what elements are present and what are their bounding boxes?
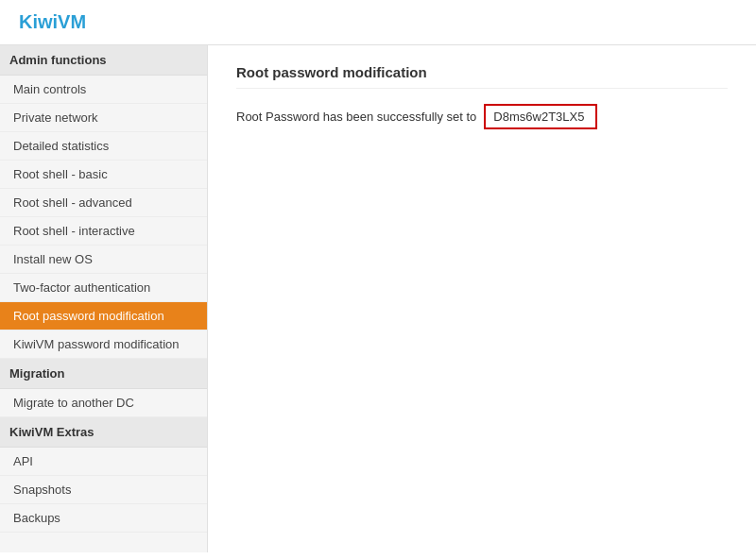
- sidebar-item-api[interactable]: API: [0, 448, 207, 476]
- sidebar-item-detailed-statistics[interactable]: Detailed statistics: [0, 132, 207, 161]
- sidebar-item-kiwi-password-mod[interactable]: KiwiVM password modification: [0, 330, 207, 359]
- sidebar-section-admin: Admin functions: [0, 45, 207, 76]
- sidebar-section-extras: KiwiVM Extras: [0, 417, 207, 448]
- sidebar-item-install-new-os[interactable]: Install new OS: [0, 246, 207, 274]
- sidebar-item-backups[interactable]: Backups: [0, 504, 207, 533]
- sidebar-item-private-network[interactable]: Private network: [0, 104, 207, 132]
- sidebar-item-root-shell-interactive[interactable]: Root shell - interactive: [0, 217, 207, 246]
- sidebar-item-main-controls[interactable]: Main controls: [0, 76, 207, 104]
- success-line: Root Password has been successfully set …: [236, 104, 728, 129]
- layout: Admin functionsMain controlsPrivate netw…: [0, 45, 756, 552]
- sidebar-item-two-factor-auth[interactable]: Two-factor authentication: [0, 274, 207, 302]
- sidebar-item-root-password-mod[interactable]: Root password modification: [0, 302, 207, 330]
- sidebar: Admin functionsMain controlsPrivate netw…: [0, 45, 208, 552]
- header: KiwiVM: [0, 0, 756, 45]
- success-text: Root Password has been successfully set …: [236, 110, 476, 124]
- app-title: KiwiVM: [19, 11, 86, 32]
- sidebar-section-migration: Migration: [0, 359, 207, 389]
- main-content: Root password modification Root Password…: [208, 45, 756, 552]
- content-title: Root password modification: [236, 64, 728, 89]
- sidebar-item-root-shell-advanced[interactable]: Root shell - advanced: [0, 189, 207, 217]
- password-value: D8ms6w2T3LX5: [484, 104, 597, 129]
- sidebar-item-root-shell-basic[interactable]: Root shell - basic: [0, 161, 207, 189]
- sidebar-item-snapshots[interactable]: Snapshots: [0, 476, 207, 504]
- sidebar-item-migrate-dc[interactable]: Migrate to another DC: [0, 389, 207, 417]
